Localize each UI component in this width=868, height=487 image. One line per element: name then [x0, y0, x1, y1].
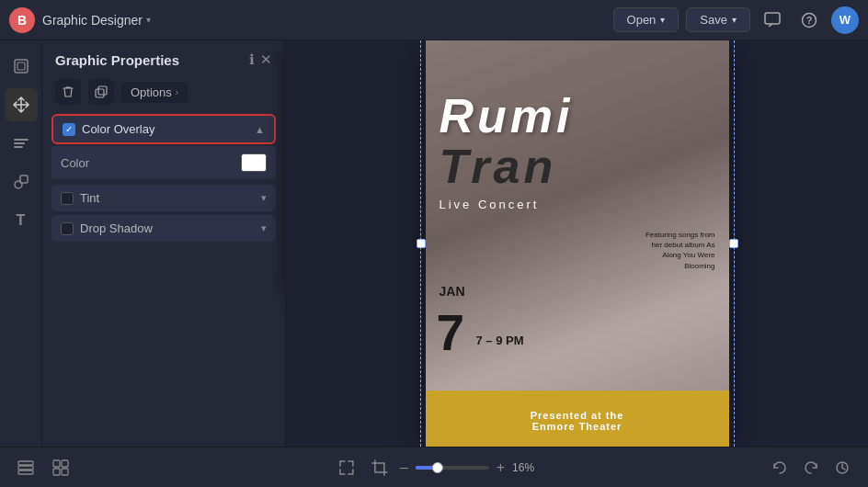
color-swatch[interactable]	[241, 153, 267, 172]
tint-section: Tint ▾	[51, 185, 276, 211]
close-icon[interactable]: ✕	[260, 51, 272, 68]
color-row: Color	[51, 146, 276, 179]
poster-bottom-bar: Presented at the Enmore Theater	[426, 391, 729, 447]
chat-icon-button[interactable]	[758, 6, 787, 35]
zoom-value: 16%	[512, 461, 534, 474]
svg-rect-7	[14, 146, 23, 148]
poster-day: 7	[437, 308, 465, 358]
app-title[interactable]: Graphic Designer ▾	[42, 13, 151, 28]
svg-rect-0	[765, 13, 780, 24]
help-icon-button[interactable]: ?	[794, 6, 824, 35]
svg-text:?: ?	[806, 15, 813, 26]
open-label: Open	[627, 13, 657, 27]
redo-button[interactable]	[798, 455, 824, 481]
drop-shadow-toggle-icon[interactable]: ▾	[261, 222, 267, 234]
svg-rect-14	[18, 470, 33, 474]
history-button[interactable]	[829, 455, 855, 481]
svg-rect-11	[98, 86, 107, 95]
props-toolbar: Options ›	[42, 75, 285, 114]
poster-time: 7 – 9 PM	[476, 334, 524, 347]
open-button[interactable]: Open ▾	[613, 7, 680, 32]
info-icon[interactable]: ℹ	[249, 51, 255, 68]
svg-rect-6	[14, 142, 25, 144]
zoom-slider[interactable]	[416, 466, 489, 470]
zoom-minus-button[interactable]: –	[400, 459, 408, 476]
tint-checkbox[interactable]	[61, 192, 74, 205]
color-label: Color	[61, 156, 241, 170]
save-label: Save	[700, 13, 727, 27]
options-arrow-icon: ›	[176, 87, 178, 97]
drop-shadow-checkbox[interactable]	[61, 222, 74, 235]
svg-rect-5	[14, 139, 29, 141]
avatar[interactable]: W	[831, 6, 859, 34]
grid-bottom-icon[interactable]	[48, 455, 74, 481]
svg-rect-18	[62, 469, 68, 475]
svg-rect-3	[15, 60, 28, 73]
bottombar: – + 16%	[0, 447, 868, 487]
drop-shadow-header[interactable]: Drop Shadow ▾	[51, 215, 276, 242]
poster-month: JAN	[440, 284, 465, 299]
properties-title: Graphic Properties	[55, 52, 179, 68]
svg-rect-16	[62, 460, 68, 467]
poster-feat-text: Featuring songs from her debut album As …	[642, 230, 715, 271]
tint-header[interactable]: Tint ▾	[51, 185, 276, 211]
color-overlay-section: ✓ Color Overlay ▲ Color Picker Library ⊘…	[51, 114, 276, 179]
open-arrow-icon: ▾	[660, 15, 665, 25]
bottom-right-controls	[767, 455, 855, 481]
bottom-center-controls: – + 16%	[334, 455, 534, 481]
save-arrow-icon: ▾	[732, 15, 737, 25]
title-chevron-icon: ▾	[146, 15, 151, 25]
color-overlay-checkbox[interactable]: ✓	[63, 123, 75, 136]
props-header-icons: ℹ ✕	[249, 51, 272, 68]
icon-sidebar: T	[0, 40, 42, 447]
zoom-slider-thumb[interactable]	[432, 462, 443, 473]
svg-rect-13	[18, 461, 33, 465]
poster-subtitle: Live Concert	[440, 198, 540, 211]
drop-shadow-label: Drop Shadow	[80, 221, 261, 235]
properties-header: Graphic Properties ℹ ✕	[42, 40, 285, 75]
sidebar-properties-button[interactable]	[5, 127, 38, 160]
topbar: B Graphic Designer ▾ Open ▾ Save ▾ ? W	[0, 0, 868, 40]
color-overlay-label: Color Overlay	[82, 122, 255, 136]
sidebar-move-button[interactable]	[5, 88, 38, 121]
poster-venue: Enmore Theater	[532, 421, 622, 432]
duplicate-tool-button[interactable]	[88, 79, 114, 105]
svg-rect-12	[18, 466, 33, 470]
layers-bottom-icon[interactable]	[13, 455, 39, 481]
svg-rect-17	[53, 469, 60, 475]
tint-label: Tint	[80, 191, 261, 205]
properties-panel: Graphic Properties ℹ ✕ Options ›	[42, 40, 286, 447]
zoom-plus-button[interactable]: +	[497, 459, 505, 476]
app-title-text: Graphic Designer	[42, 13, 143, 28]
poster-presented: Presented at the	[531, 410, 624, 421]
zoom-controls: – +	[400, 459, 505, 476]
sidebar-layers-button[interactable]	[5, 50, 38, 83]
canvas-area[interactable]: Rumi Tran Live Concert Featuring songs f…	[286, 40, 868, 447]
main-area: T Graphic Properties ℹ ✕	[0, 40, 868, 447]
delete-tool-button[interactable]	[55, 79, 81, 105]
options-button[interactable]: Options ›	[121, 82, 188, 103]
svg-rect-15	[53, 460, 60, 467]
save-button[interactable]: Save ▾	[686, 7, 750, 32]
drop-shadow-section: Drop Shadow ▾	[51, 215, 276, 242]
poster: Rumi Tran Live Concert Featuring songs f…	[426, 40, 729, 447]
svg-rect-4	[17, 62, 25, 70]
poster-wrapper[interactable]: Rumi Tran Live Concert Featuring songs f…	[426, 40, 729, 447]
expand-icon[interactable]	[334, 455, 360, 481]
app-logo: B	[9, 7, 35, 33]
poster-title-line2: Tran	[440, 142, 557, 190]
sidebar-shapes-button[interactable]	[5, 165, 38, 198]
color-overlay-toggle-icon[interactable]: ▲	[255, 124, 265, 135]
text-icon: T	[17, 212, 26, 229]
options-label: Options	[131, 85, 172, 99]
poster-title-line1: Rumi	[440, 92, 574, 140]
color-overlay-header[interactable]: ✓ Color Overlay ▲	[51, 114, 276, 144]
sidebar-text-button[interactable]: T	[5, 204, 38, 237]
tint-toggle-icon[interactable]: ▾	[261, 192, 267, 204]
selection-handle-ml[interactable]	[417, 239, 426, 248]
undo-button[interactable]	[767, 455, 793, 481]
selection-handle-mr[interactable]	[729, 239, 738, 248]
svg-rect-10	[96, 89, 104, 97]
crop-icon[interactable]	[367, 455, 393, 481]
